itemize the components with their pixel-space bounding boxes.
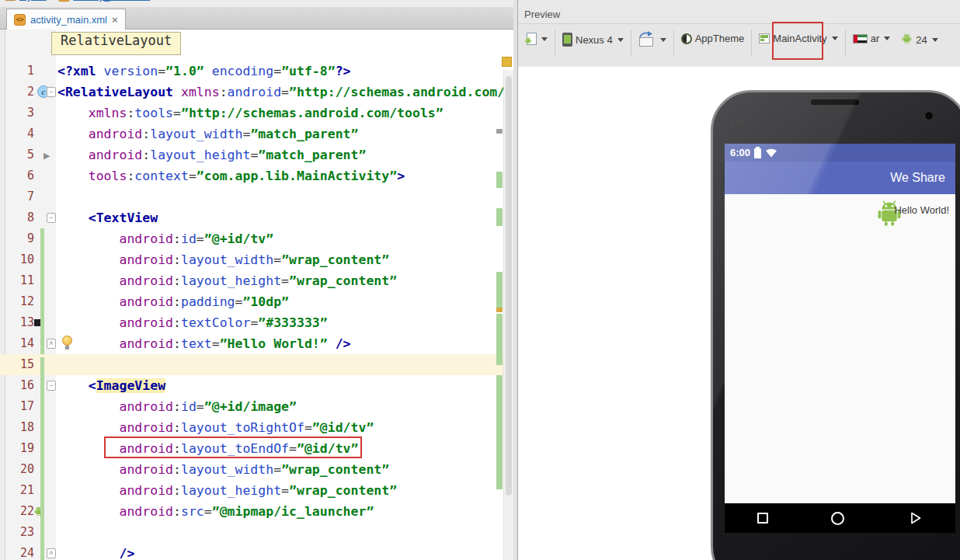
code-token: = bbox=[189, 169, 197, 183]
code-token: ”wrap_content” bbox=[289, 483, 397, 498]
error-stripe[interactable] bbox=[496, 30, 503, 560]
line-number: 17 bbox=[0, 396, 34, 417]
code-token: : bbox=[173, 504, 181, 519]
code-token: = bbox=[273, 462, 281, 477]
code-line[interactable]: 20 android:layout_width=”wrap_content” bbox=[0, 459, 503, 480]
code-token bbox=[204, 64, 212, 78]
code-line[interactable]: 10 android:layout_width=”wrap_content” bbox=[0, 249, 503, 270]
device-selector[interactable]: Nexus 4 bbox=[557, 30, 629, 50]
front-camera bbox=[924, 111, 934, 120]
chevron-down-icon bbox=[932, 38, 938, 42]
code-token: ”1.0” bbox=[165, 64, 204, 78]
code-token: ”wrap_content” bbox=[281, 252, 389, 267]
stripe-mark[interactable] bbox=[496, 308, 503, 312]
code-line[interactable]: 15 bbox=[0, 354, 503, 375]
preview-canvas[interactable]: 6:00 We Share Hello World! bbox=[518, 67, 960, 560]
locale-selector[interactable]: ar bbox=[847, 30, 896, 47]
breadcrumb-item-layout[interactable]: layout bbox=[5, 0, 47, 2]
gutter-cell: 10 bbox=[0, 249, 56, 270]
fold-end-icon[interactable]: ˄ bbox=[47, 548, 56, 558]
code-line[interactable]: 9 android:id=”@+id/tv” bbox=[0, 228, 503, 249]
code-line[interactable]: 6 tools:context=”com.app.lib.MainActivit… bbox=[0, 165, 503, 186]
fold-marker-icon[interactable]: − bbox=[47, 381, 56, 391]
code-line[interactable]: 3 xmlns:tools=”http://schemas.android.co… bbox=[0, 103, 503, 123]
code-line[interactable]: 18 android:layout_toRightOf=”@id/tv” bbox=[0, 417, 503, 438]
intention-bulb-icon[interactable] bbox=[62, 336, 72, 346]
fold-marker-icon[interactable]: − bbox=[47, 213, 56, 223]
code-line[interactable]: 23 bbox=[0, 522, 503, 543]
code-line[interactable]: 7 bbox=[0, 186, 503, 207]
code-text: /> bbox=[56, 543, 134, 560]
api-level-selector[interactable]: 24 bbox=[896, 30, 943, 50]
code-token: : bbox=[142, 127, 150, 141]
code-token: ”com.app.lib.MainActivity” bbox=[197, 169, 397, 183]
code-line[interactable]: 12 android:padding=”10dp” bbox=[0, 291, 503, 312]
layout-variant-button[interactable] bbox=[521, 30, 553, 48]
breadcrumb-separator: / bbox=[51, 0, 54, 2]
line-number: 2 bbox=[0, 82, 34, 103]
toolbar-separator bbox=[555, 30, 555, 56]
code-line[interactable]: 4 android:layout_width=”match_parent” bbox=[0, 123, 503, 144]
code-token: = bbox=[281, 273, 289, 288]
code-line[interactable]: 16− <ImageView bbox=[0, 375, 503, 396]
toolbar-separator bbox=[673, 30, 674, 56]
code-line[interactable]: 13 android:textColor=”#333333” bbox=[0, 312, 503, 333]
stripe-mark[interactable] bbox=[496, 172, 503, 188]
line-number: 4 bbox=[0, 123, 34, 144]
fold-marker-icon[interactable]: − bbox=[47, 87, 56, 97]
code-token: = bbox=[273, 64, 281, 78]
code-line[interactable]: 14˄ android:text=”Hello World!” /> bbox=[0, 333, 503, 354]
editor-scrollbar[interactable] bbox=[503, 70, 513, 560]
code-line[interactable]: 1<?xml version=”1.0” encoding=”utf-8”?> bbox=[0, 61, 503, 82]
theme-selector[interactable]: AppTheme bbox=[676, 30, 750, 47]
orientation-selector[interactable] bbox=[633, 30, 672, 50]
breadcrumb-item-file[interactable]: <> activity_main.xml bbox=[58, 0, 150, 2]
line-number: 3 bbox=[0, 103, 34, 123]
code-token: = bbox=[250, 148, 258, 162]
code-token: android bbox=[119, 294, 173, 309]
close-icon[interactable]: × bbox=[112, 15, 118, 25]
orientation-icon bbox=[638, 33, 656, 47]
code-line[interactable]: 5▶ android:layout_height=”match_parent” bbox=[0, 144, 503, 165]
code-token: ”http://schemas.android.com/tools” bbox=[181, 106, 443, 120]
stripe-mark[interactable] bbox=[496, 208, 503, 226]
code-token: layout_height bbox=[181, 273, 281, 288]
code-line[interactable]: 2c−<RelativeLayout xmlns:android=”http:/… bbox=[0, 82, 503, 103]
code-token: id bbox=[181, 231, 197, 246]
inspection-status-indicator[interactable] bbox=[502, 57, 512, 67]
gutter-cell: 22 bbox=[0, 501, 56, 522]
code-text bbox=[56, 354, 57, 375]
gutter-cell: 20 bbox=[0, 459, 56, 480]
back-button-icon bbox=[907, 510, 923, 526]
stripe-mark[interactable] bbox=[496, 375, 503, 489]
code-text: android:layout_width=”match_parent” bbox=[56, 123, 358, 144]
tab-activity-main-xml[interactable]: <> activity_main.xml × bbox=[6, 9, 126, 30]
code-line[interactable]: 24˄ /> bbox=[0, 543, 503, 560]
code-line[interactable]: 21 android:layout_height=”wrap_content” bbox=[0, 480, 503, 501]
code-token: layout_height bbox=[150, 148, 250, 162]
device-frame[interactable]: 6:00 We Share Hello World! bbox=[711, 90, 960, 560]
code-token: = bbox=[242, 127, 250, 141]
code-token: : bbox=[173, 315, 181, 330]
stripe-mark[interactable] bbox=[496, 129, 503, 134]
code-text: android:layout_height=”match_parent” bbox=[56, 144, 366, 165]
gutter-cell: 4 bbox=[0, 123, 56, 144]
code-token: ”@id/tv” bbox=[312, 420, 374, 435]
code-token: ”utf-8” bbox=[281, 64, 336, 78]
code-line[interactable]: 22 android:src=”@mipmap/ic_launcher” bbox=[0, 501, 503, 522]
fold-end-icon[interactable]: ˄ bbox=[47, 339, 56, 349]
code-line[interactable]: 11 android:layout_height=”wrap_content” bbox=[0, 270, 503, 291]
code-line[interactable]: 17 android:id=”@+id/image” bbox=[0, 396, 503, 417]
code-line[interactable]: 8− <TextView bbox=[0, 207, 503, 228]
line-number: 14 bbox=[0, 333, 34, 354]
code-token: android bbox=[119, 231, 173, 246]
code-token: : bbox=[173, 231, 181, 246]
code-token: src bbox=[181, 504, 204, 519]
stripe-mark[interactable] bbox=[496, 314, 503, 365]
code-token: = bbox=[250, 315, 258, 330]
stripe-mark[interactable] bbox=[496, 272, 503, 308]
code-editor[interactable]: RelativeLayout 1<?xml version=”1.0” enco… bbox=[0, 30, 514, 560]
code-token: padding bbox=[181, 294, 235, 309]
gutter-arrow-icon: ▶ bbox=[43, 151, 50, 160]
scrollbar-thumb[interactable] bbox=[506, 76, 512, 496]
